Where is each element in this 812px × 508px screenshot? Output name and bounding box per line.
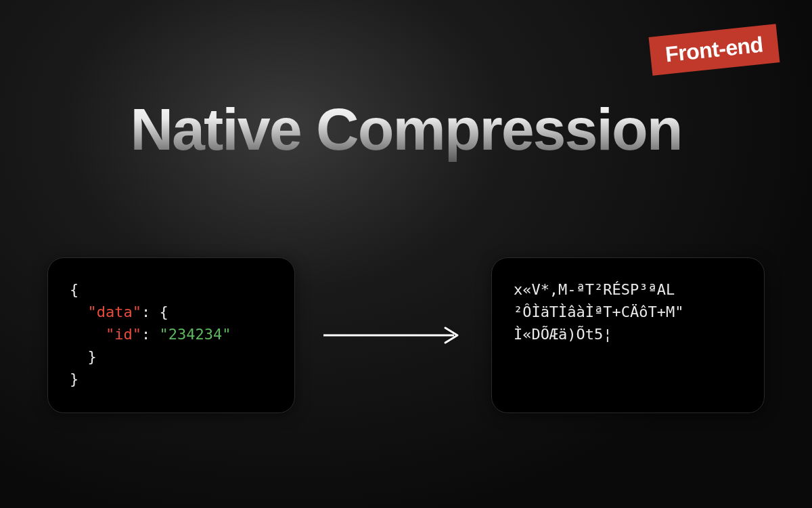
indent: [70, 303, 88, 320]
json-key-id: "id": [106, 326, 141, 343]
category-badge: Front-end: [649, 24, 780, 75]
page-title: Native Compression: [131, 95, 682, 164]
compression-diagram: { "data": { "id": "234234" } } x«V*,M-ªT…: [0, 257, 812, 413]
json-code-block: { "data": { "id": "234234" } }: [70, 278, 273, 390]
compressed-line: Ì«DÕÆä)Õt5¦: [514, 323, 742, 345]
source-code-panel: { "data": { "id": "234234" } }: [47, 257, 295, 413]
brace-close: }: [70, 371, 78, 387]
json-value-id: "234234": [159, 326, 231, 343]
compressed-text: x«V*,M-ªT²RÉSP³ªAL ²ÔÌäTÌâàÌªT+CÄôT+M" Ì…: [514, 278, 742, 345]
colon: :: [141, 303, 160, 320]
compressed-line: ²ÔÌäTÌâàÌªT+CÄôT+M": [514, 301, 742, 323]
compressed-output-panel: x«V*,M-ªT²RÉSP³ªAL ²ÔÌäTÌâàÌªT+CÄôT+M" Ì…: [491, 257, 765, 413]
indent: [70, 348, 88, 365]
brace-close: }: [88, 348, 97, 365]
brace-open: {: [159, 303, 168, 320]
indent: [70, 326, 106, 343]
compressed-line: x«V*,M-ªT²RÉSP³ªAL: [514, 278, 742, 301]
colon: :: [141, 326, 160, 343]
json-key-data: "data": [88, 303, 141, 320]
brace-open: {: [70, 281, 78, 298]
arrow-icon: [322, 325, 464, 345]
